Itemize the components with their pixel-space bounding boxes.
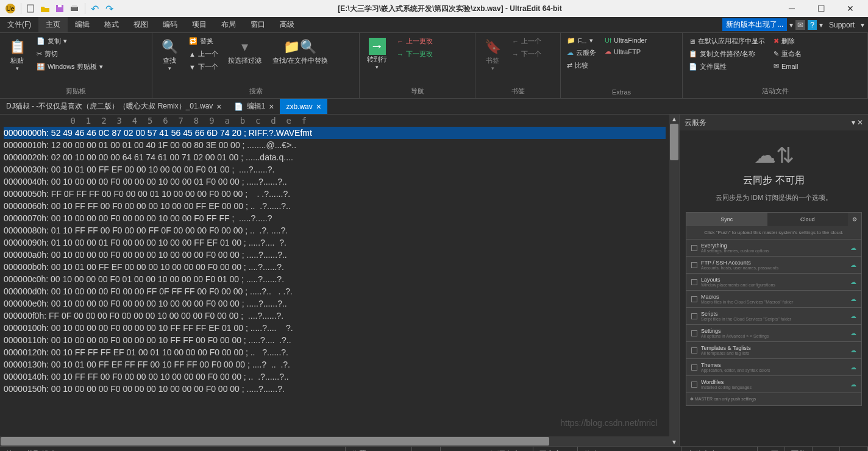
find-next-button[interactable]: ▼下一个: [187, 61, 221, 73]
status-col[interactable]: COL: [813, 447, 841, 451]
panel-dropdown-icon[interactable]: ▾: [852, 118, 855, 127]
status-cap[interactable]: CAP: [840, 447, 868, 451]
copy-button[interactable]: 📄复制▾: [34, 35, 105, 47]
hex-row[interactable]: 00000120h: 00 10 FF FF FF EF 01 00 01 10…: [4, 346, 666, 358]
menu-视图[interactable]: 视图: [126, 17, 155, 32]
dropdown-icon[interactable]: ▾: [789, 21, 793, 29]
paste-button[interactable]: 📋粘贴▾: [4, 35, 30, 74]
find-in-files-button[interactable]: 📁🔍查找/在文件中替换: [269, 35, 332, 68]
checkbox[interactable]: [691, 296, 697, 302]
sync-item[interactable]: FTP / SSH AccountsAccounts, hosts, user …: [686, 256, 861, 273]
prev-change-button[interactable]: ←上一更改: [394, 35, 435, 47]
tab-cloud[interactable]: Cloud: [767, 213, 848, 226]
hex-row[interactable]: 000000e0h: 00 10 00 00 00 F0 00 00 00 10…: [4, 297, 666, 310]
vertical-scrollbar[interactable]: ▴ ▾: [669, 115, 679, 446]
email-button[interactable]: ✉Email: [771, 61, 804, 71]
sync-item[interactable]: LayoutsWindow placements and configurati…: [686, 273, 861, 290]
close-button[interactable]: ✕: [841, 4, 859, 13]
hex-row[interactable]: 00000050h: FF 0F FF FF 00 F0 00 00 01 10…: [4, 188, 666, 200]
status-encoding[interactable]: 1251 (ANSI - 西里尔文) ▾: [441, 447, 533, 451]
f-button[interactable]: 📁F...▾: [564, 35, 599, 46]
cut-button[interactable]: ✂剪切: [34, 48, 105, 60]
checkbox[interactable]: [691, 279, 697, 285]
checkbox[interactable]: [691, 347, 697, 353]
hex-row[interactable]: 00000150h: 00 10 00 00 00 F0 00 00 00 10…: [4, 383, 666, 395]
delete-button[interactable]: ✖删除: [771, 35, 804, 47]
hex-row[interactable]: 00000010h: 12 00 00 00 01 00 01 00 40 1F…: [4, 139, 666, 151]
bookmark-button[interactable]: 🔖书签▾: [479, 35, 506, 74]
file-tab[interactable]: 📄编辑1×: [228, 99, 280, 114]
hex-row[interactable]: 00000080h: 01 10 FF FF 00 F0 00 00 FF 0F…: [4, 224, 666, 236]
status-dos[interactable]: DOS: [412, 447, 441, 451]
hex-row[interactable]: 00000130h: 00 10 01 00 FF EF FF FF 00 10…: [4, 358, 666, 371]
hex-row[interactable]: 000000b0h: 00 10 01 00 FF EF 00 00 00 10…: [4, 261, 666, 273]
file-tab[interactable]: DJ猫叔 - -不仅仅是喜欢（虎二版）（暖心大叔 Remix）_01.wav×: [0, 99, 228, 114]
goto-line-button[interactable]: →转到行▾: [363, 35, 391, 73]
sync-item[interactable]: Templates & TaglistsAll templates and ta…: [686, 341, 861, 358]
hex-row[interactable]: 000000a0h: 00 10 00 00 00 F0 00 00 00 10…: [4, 249, 666, 261]
tab-close-icon[interactable]: ×: [316, 102, 321, 112]
menu-格式[interactable]: 格式: [97, 17, 126, 32]
menu-编码[interactable]: 编码: [155, 17, 185, 32]
sync-item[interactable]: SettingsAll options in Advanced » » Sett…: [686, 324, 861, 341]
status-overwrite[interactable]: 覆盖: [785, 447, 813, 451]
bookmark-prev-button[interactable]: ←上一个: [510, 35, 544, 47]
dropdown-icon[interactable]: ▾: [861, 21, 864, 29]
maximize-button[interactable]: ☐: [812, 4, 830, 13]
checkbox[interactable]: [691, 313, 697, 319]
ultrafinder-button[interactable]: UfUltraFinder: [602, 35, 649, 45]
redo-icon[interactable]: ↷: [102, 2, 116, 15]
copy-path-button[interactable]: 📋复制文件路径/名称: [686, 48, 767, 60]
save-icon[interactable]: [53, 2, 66, 15]
checkbox[interactable]: [691, 382, 697, 388]
gear-icon[interactable]: ⚙: [848, 213, 861, 226]
show-in-default-app-button[interactable]: 🖥在默认应用程序中显示: [686, 35, 767, 47]
minimize-button[interactable]: ─: [783, 4, 801, 13]
support-link[interactable]: Support: [825, 21, 858, 29]
checkbox[interactable]: [691, 364, 697, 371]
hex-row[interactable]: 00000030h: 00 10 01 00 FF EF 00 00 10 00…: [4, 163, 666, 176]
bookmark-next-button[interactable]: →下一个: [510, 48, 544, 60]
checkbox[interactable]: [691, 330, 697, 336]
find-button[interactable]: 🔍查找▾: [156, 35, 183, 74]
compare-button[interactable]: ⇄比较: [564, 60, 599, 71]
file-props-button[interactable]: 📄文件属性: [686, 61, 767, 73]
rename-button[interactable]: ✎重命名: [771, 48, 804, 60]
hex-row[interactable]: 00000000h: 52 49 46 46 0C 87 02 00 57 41…: [4, 127, 666, 139]
hex-content[interactable]: 00000000h: 52 49 46 46 0C 87 02 00 57 41…: [0, 127, 669, 436]
checkbox[interactable]: [691, 245, 697, 251]
tab-close-icon[interactable]: ×: [216, 102, 221, 112]
hex-row[interactable]: 00000060h: 00 10 FF FF 00 F0 00 00 00 10…: [4, 200, 666, 212]
hex-row[interactable]: 00000110h: 00 10 00 00 00 F0 00 00 00 10…: [4, 334, 666, 346]
sync-item[interactable]: MacrosMacro files in the Cloud Services …: [686, 290, 861, 307]
cloud-service-button[interactable]: ☁云服务: [564, 47, 599, 59]
hex-row[interactable]: 00000100h: 00 10 00 00 00 F0 00 00 00 10…: [4, 322, 666, 334]
open-file-icon[interactable]: [38, 2, 52, 15]
hex-row[interactable]: 00000090h: 01 10 00 00 01 F0 00 00 00 10…: [4, 236, 666, 249]
hex-editor[interactable]: 0 1 2 3 4 5 6 7 8 9 a b c d e f 00000000…: [0, 115, 669, 446]
hex-row[interactable]: 000000f0h: FF 0F 00 00 00 F0 00 00 00 10…: [4, 310, 666, 322]
sync-item[interactable]: WordfilesInstalled coding languages☁: [686, 375, 861, 392]
hex-row[interactable]: 00000040h: 00 10 00 00 00 F0 00 00 00 10…: [4, 176, 666, 188]
hex-row[interactable]: 00000070h: 00 10 00 00 00 F0 00 00 00 10…: [4, 212, 666, 224]
horizontal-scrollbar[interactable]: [0, 436, 669, 446]
menu-主页[interactable]: 主页: [38, 17, 68, 32]
checkbox[interactable]: [691, 262, 697, 268]
sync-item[interactable]: ScriptsScript files in the Cloud Service…: [686, 307, 861, 324]
mail-icon[interactable]: ✉: [795, 20, 805, 30]
hex-row[interactable]: 000000d0h: 00 10 00 00 00 F0 00 00 FF 0F…: [4, 285, 666, 297]
file-tab[interactable]: zxb.wav×: [280, 99, 327, 114]
hex-row[interactable]: 00000140h: 00 10 FF FF 00 F0 00 00 00 10…: [4, 371, 666, 383]
windows-clipboard-button[interactable]: 🪟Windows 剪贴板▾: [34, 61, 105, 73]
help-icon[interactable]: ?: [808, 20, 817, 30]
undo-icon[interactable]: ↶: [88, 2, 101, 15]
tab-sync[interactable]: Sync: [686, 213, 767, 226]
menu-项目[interactable]: 项目: [185, 17, 214, 32]
status-highlight[interactable]: 不高亮 ▾: [533, 447, 578, 451]
sync-item[interactable]: ThemesApplication, editor, and syntax co…: [686, 358, 861, 375]
ultraftp-button[interactable]: ☁UltraFTP: [602, 46, 649, 57]
status-writable[interactable]: 可写: [758, 447, 785, 451]
sync-item[interactable]: EverythingAll settings, themes, custom o…: [686, 239, 861, 256]
new-file-icon[interactable]: [24, 2, 37, 15]
menu-窗口[interactable]: 窗口: [243, 17, 272, 32]
